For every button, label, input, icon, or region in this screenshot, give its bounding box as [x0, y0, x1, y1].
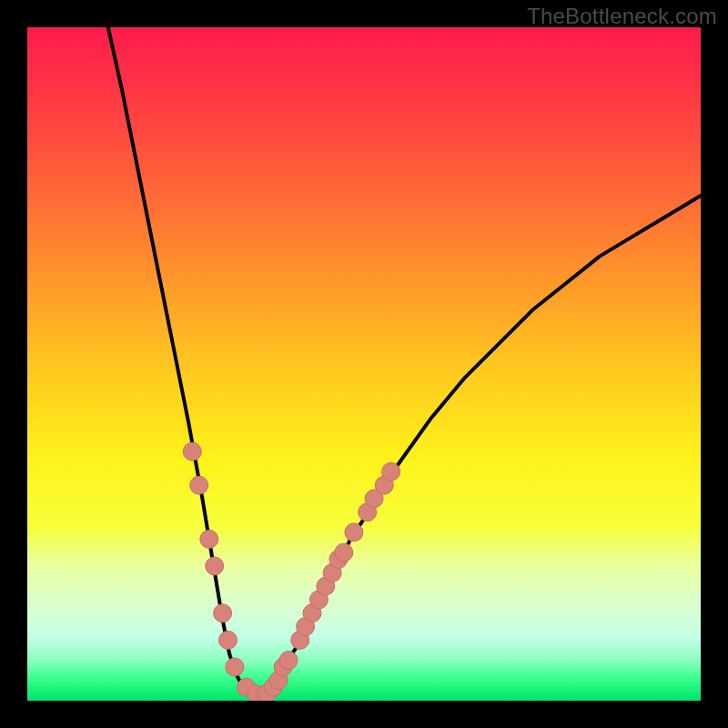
watermark-text: TheBottleneck.com	[527, 4, 717, 29]
data-marker	[206, 557, 224, 575]
data-marker	[200, 530, 218, 548]
data-marker	[190, 476, 208, 494]
data-marker	[335, 543, 353, 561]
data-marker	[279, 652, 298, 670]
data-marker	[382, 462, 400, 480]
data-marker	[219, 631, 238, 649]
data-marker	[214, 604, 232, 622]
bottleneck-curve	[27, 27, 701, 701]
chart-frame: TheBottleneck.com	[0, 0, 728, 728]
curve-left-branch	[108, 27, 249, 694]
data-marker	[345, 523, 363, 541]
plot-area	[27, 27, 701, 701]
data-marker	[183, 442, 201, 460]
data-marker	[226, 658, 244, 676]
